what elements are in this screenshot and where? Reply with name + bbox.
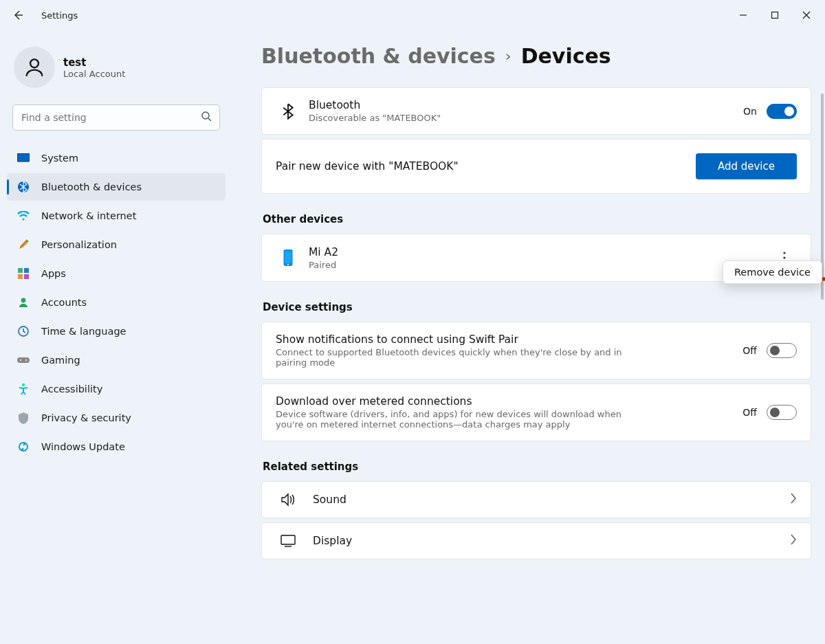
swift-pair-desc: Connect to supported Bluetooth devices q…	[276, 347, 647, 368]
wifi-icon	[16, 211, 30, 221]
bluetooth-icon	[16, 181, 30, 193]
svg-line-4	[208, 118, 211, 121]
nav-label: Privacy & security	[41, 412, 131, 423]
svg-rect-1	[772, 12, 778, 19]
nav-time-language[interactable]: Time & language	[7, 318, 226, 345]
back-button[interactable]	[3, 0, 33, 30]
chevron-right-icon: ›	[505, 47, 512, 65]
profile-subtitle: Local Account	[63, 69, 125, 79]
nav-label: Network & internet	[41, 210, 136, 221]
related-sound[interactable]: Sound	[261, 481, 811, 518]
search-wrap	[12, 104, 220, 131]
bluetooth-icon	[276, 103, 300, 120]
arrow-left-icon	[12, 10, 23, 21]
svg-point-3	[202, 112, 209, 119]
close-button[interactable]	[791, 4, 822, 26]
apps-icon	[16, 268, 30, 279]
remove-device-menu-item[interactable]: Remove device	[723, 260, 822, 284]
sound-icon	[276, 493, 300, 507]
nav-label: Time & language	[41, 326, 126, 337]
phone-icon	[276, 249, 300, 267]
nav-gaming[interactable]: Gaming	[7, 346, 226, 374]
nav-network[interactable]: Network & internet	[7, 202, 226, 230]
svg-rect-10	[24, 268, 29, 273]
svg-point-24	[783, 256, 785, 258]
gamepad-icon	[16, 356, 30, 364]
nav-windows-update[interactable]: Windows Update	[7, 433, 226, 460]
update-icon	[16, 441, 30, 452]
clock-icon	[16, 326, 30, 337]
bluetooth-subtitle: Discoverable as "MATEBOOK"	[309, 113, 680, 123]
bluetooth-state-label: On	[743, 106, 757, 117]
search-icon	[201, 111, 212, 124]
bluetooth-title: Bluetooth	[309, 99, 743, 111]
swift-pair-toggle[interactable]	[767, 343, 797, 358]
window-title: Settings	[41, 10, 78, 21]
nav-accessibility[interactable]: Accessibility	[7, 375, 226, 403]
nav-privacy-security[interactable]: Privacy & security	[7, 404, 226, 432]
paintbrush-icon	[16, 238, 30, 251]
nav-bluetooth-devices[interactable]: Bluetooth & devices	[7, 173, 226, 201]
related-display[interactable]: Display	[261, 522, 811, 559]
person-icon	[23, 56, 46, 79]
nav-label: System	[41, 153, 78, 164]
metered-title: Download over metered connections	[276, 395, 742, 408]
svg-rect-9	[18, 268, 23, 273]
svg-rect-12	[24, 274, 29, 279]
sidebar: test Local Account System Bluetooth & de…	[0, 30, 234, 644]
metered-toggle[interactable]	[767, 405, 797, 420]
svg-point-13	[21, 298, 26, 303]
chevron-right-icon	[790, 534, 797, 548]
swift-pair-state-label: Off	[742, 345, 757, 356]
nav-apps[interactable]: Apps	[7, 260, 226, 287]
nav-label: Accounts	[41, 297, 87, 308]
svg-rect-26	[281, 535, 295, 544]
profile-block[interactable]: test Local Account	[7, 40, 226, 104]
display-icon	[276, 535, 300, 547]
swift-pair-card: Show notifications to connect using Swif…	[261, 322, 811, 379]
profile-name: test	[63, 56, 125, 69]
avatar	[14, 47, 55, 88]
breadcrumb-parent[interactable]: Bluetooth & devices	[261, 44, 496, 68]
metered-state-label: Off	[742, 407, 757, 418]
nav: System Bluetooth & devices Network & int…	[7, 144, 226, 460]
device-status: Paired	[309, 260, 680, 270]
monitor-icon	[16, 153, 30, 163]
section-related-settings: Related settings	[263, 460, 811, 473]
nav-label: Windows Update	[41, 441, 125, 452]
maximize-icon	[771, 11, 779, 19]
svg-point-17	[25, 359, 27, 361]
related-display-label: Display	[313, 535, 790, 547]
svg-point-19	[19, 443, 28, 451]
nav-personalization[interactable]: Personalization	[7, 231, 226, 258]
bluetooth-card: Bluetooth Discoverable as "MATEBOOK" On	[261, 87, 811, 135]
device-name: Mi A2	[309, 246, 772, 258]
shield-icon	[16, 412, 30, 424]
maximize-button[interactable]	[759, 4, 791, 26]
svg-rect-21	[285, 251, 292, 263]
svg-rect-5	[17, 153, 30, 162]
minimize-button[interactable]	[727, 4, 759, 26]
svg-rect-15	[17, 357, 30, 363]
search-input[interactable]	[12, 104, 220, 131]
pair-device-card: Pair new device with "MATEBOOK" Add devi…	[261, 139, 811, 194]
nav-label: Personalization	[41, 239, 117, 250]
close-icon	[802, 11, 811, 19]
nav-system[interactable]: System	[7, 144, 226, 172]
accessibility-icon	[16, 383, 30, 395]
breadcrumb: Bluetooth & devices › Devices	[261, 44, 811, 68]
nav-accounts[interactable]: Accounts	[7, 289, 226, 316]
swift-pair-title: Show notifications to connect using Swif…	[276, 333, 742, 346]
bluetooth-toggle[interactable]	[767, 104, 797, 119]
titlebar: Settings	[0, 0, 825, 30]
metered-card: Download over metered connections Device…	[261, 384, 811, 441]
nav-label: Accessibility	[41, 384, 102, 395]
add-device-button[interactable]: Add device	[696, 153, 797, 179]
breadcrumb-current: Devices	[521, 44, 611, 68]
main-content: Bluetooth & devices › Devices Bluetooth …	[234, 30, 825, 644]
svg-point-22	[287, 264, 289, 265]
metered-desc: Device software (drivers, info, and apps…	[276, 409, 647, 430]
related-sound-label: Sound	[313, 493, 790, 506]
svg-point-8	[22, 218, 24, 220]
nav-label: Bluetooth & devices	[41, 181, 142, 192]
